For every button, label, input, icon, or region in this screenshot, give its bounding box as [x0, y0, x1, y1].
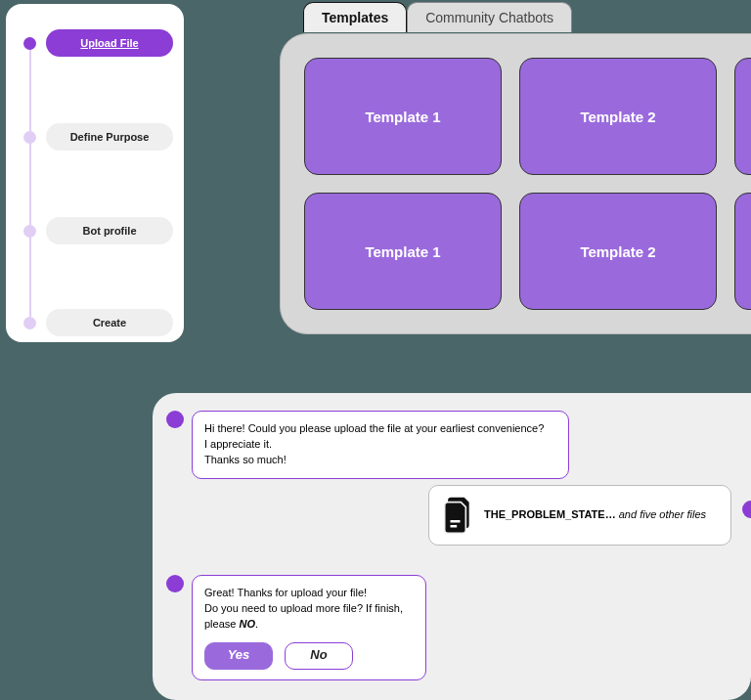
- step-create[interactable]: Create: [20, 309, 173, 336]
- step-dot: [23, 37, 36, 50]
- template-card[interactable]: Template 1: [304, 193, 502, 310]
- bot-message: Great! Thanks for upload your file! Do y…: [192, 575, 426, 680]
- step-bot-profile[interactable]: Bot profile: [20, 217, 173, 244]
- message-line: Hi there! Could you please upload the fi…: [204, 421, 556, 437]
- templates-panel: Template 1 Template 2 Template 1 Templat…: [280, 33, 751, 334]
- chat-panel: Hi there! Could you please upload the fi…: [153, 393, 751, 700]
- stepper-panel: Upload File Define Purpose Bot profile C…: [6, 4, 184, 342]
- svg-rect-0: [451, 520, 461, 523]
- template-card-peek[interactable]: [734, 193, 751, 310]
- tabs: Templates Community Chatbots: [303, 2, 572, 32]
- step-label[interactable]: Define Purpose: [46, 123, 173, 151]
- step-label[interactable]: Upload File: [46, 29, 173, 57]
- template-card-peek[interactable]: [734, 58, 751, 175]
- file-stack-icon: [441, 496, 474, 535]
- step-dot: [23, 225, 36, 238]
- tab-community-chatbots[interactable]: Community Chatbots: [407, 2, 572, 32]
- step-define-purpose[interactable]: Define Purpose: [20, 123, 173, 151]
- bot-avatar-dot: [166, 411, 184, 428]
- message-line: Do you need to upload more file? If fini…: [204, 601, 414, 633]
- step-label[interactable]: Create: [46, 309, 173, 336]
- stepper-timeline: [29, 37, 31, 317]
- bot-message: Hi there! Could you please upload the fi…: [192, 411, 569, 479]
- user-upload-message: THE_PROBLEM_STATE… and five other files: [428, 485, 731, 546]
- response-actions: Yes No: [204, 642, 414, 670]
- step-dot: [23, 131, 36, 144]
- no-button[interactable]: No: [285, 642, 353, 670]
- message-line: I appreciate it.: [204, 437, 556, 453]
- step-dot: [23, 317, 36, 329]
- uploaded-files-label: THE_PROBLEM_STATE… and five other files: [484, 507, 706, 523]
- bot-avatar-dot: [166, 575, 184, 592]
- template-card[interactable]: Template 2: [519, 58, 717, 175]
- user-avatar-dot: [742, 501, 751, 518]
- step-label[interactable]: Bot profile: [46, 217, 173, 244]
- tab-templates[interactable]: Templates: [303, 2, 407, 32]
- message-line: Great! Thanks for upload your file!: [204, 586, 414, 601]
- template-card[interactable]: Template 1: [304, 58, 502, 175]
- message-line: Thanks so much!: [204, 453, 556, 468]
- yes-button[interactable]: Yes: [204, 642, 273, 670]
- svg-rect-1: [451, 525, 458, 528]
- step-upload-file[interactable]: Upload File: [20, 29, 173, 57]
- template-card[interactable]: Template 2: [519, 193, 717, 310]
